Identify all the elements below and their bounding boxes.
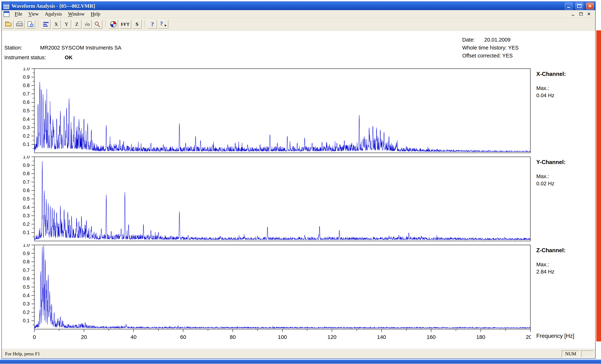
s-mode-button[interactable]: S — [132, 20, 141, 29]
svg-text:0.6: 0.6 — [23, 99, 30, 105]
sqrt-button[interactable]: √o — [83, 20, 92, 29]
svg-text:0.3: 0.3 — [23, 125, 30, 130]
offset-value: YES — [502, 53, 513, 59]
date-row: Date:20.01.2009 — [462, 36, 519, 44]
max-block: Max.:0.02 Hz — [536, 173, 595, 187]
mdi-document-icon[interactable] — [4, 11, 10, 17]
svg-text:0: 0 — [33, 334, 36, 340]
recording-info: Date:20.01.2009 Whole time history: YES … — [462, 36, 519, 60]
print-button[interactable] — [15, 20, 24, 29]
timer-icon — [110, 21, 116, 27]
status-extra-panel — [581, 350, 594, 357]
context-help-icon — [160, 21, 167, 27]
channel-label: X-Channel: — [536, 71, 595, 77]
svg-text:0.1: 0.1 — [23, 142, 30, 147]
mdi-minimize-button[interactable] — [570, 11, 576, 17]
date-value: 20.01.2009 — [484, 37, 511, 43]
print-icon — [16, 21, 23, 27]
svg-text:0.9: 0.9 — [23, 251, 30, 256]
max-label: Max.: — [536, 261, 595, 268]
app-icon — [3, 3, 10, 9]
menu-item-window[interactable]: Window — [65, 11, 88, 17]
menu-item-analysis[interactable]: Analysis — [42, 11, 65, 17]
max-label: Max.: — [536, 85, 595, 92]
menu-item-file[interactable]: File — [11, 11, 25, 17]
bottom-edge-strip — [0, 360, 601, 364]
open-button[interactable] — [4, 20, 13, 29]
toolbar-separator — [144, 20, 145, 28]
svg-text:0.8: 0.8 — [23, 171, 30, 176]
mdi-restore-button[interactable] — [578, 11, 584, 17]
svg-text:0.8: 0.8 — [23, 259, 30, 265]
svg-text:100: 100 — [278, 334, 287, 340]
svg-text:160: 160 — [427, 334, 436, 340]
z-axis-button[interactable]: Z — [72, 20, 81, 29]
svg-text:200: 200 — [526, 334, 531, 340]
svg-text:0.9: 0.9 — [23, 74, 30, 80]
svg-text:0.3: 0.3 — [23, 301, 30, 306]
titlebar: Waveform Analysis - [05---002.VMR] × — [2, 2, 595, 10]
preview-icon — [27, 21, 33, 27]
svg-text:0.4: 0.4 — [23, 117, 30, 122]
svg-text:0.2: 0.2 — [23, 133, 30, 139]
levels-button[interactable] — [41, 20, 50, 29]
zoom-icon — [94, 21, 101, 27]
context-help-button[interactable] — [158, 20, 168, 29]
open-icon — [5, 22, 12, 27]
y-channel-spectrum: 0.10.20.30.40.50.60.70.80.91.0 — [4, 156, 531, 242]
max-block: Max.:0.04 Hz — [536, 85, 595, 99]
zoom-button[interactable] — [93, 20, 102, 29]
menu-item-view[interactable]: View — [25, 11, 42, 17]
fft-button[interactable]: FFT — [119, 20, 131, 29]
status-bar: For Help, press F1 NUM — [2, 349, 595, 358]
close-button[interactable]: × — [586, 2, 594, 10]
max-value: 0.02 Hz — [536, 180, 595, 187]
content-area: Station: MR2002 SYSCOM Instruments SA In… — [2, 31, 595, 349]
svg-text:0.6: 0.6 — [23, 276, 30, 281]
toolbar-separator — [38, 20, 39, 28]
y-axis-button[interactable]: Y — [62, 20, 71, 29]
x-axis-button[interactable]: X — [52, 20, 61, 29]
channel-info-y-channel: Y-Channel:Max.:0.02 Hz — [531, 156, 595, 243]
svg-text:0.7: 0.7 — [23, 91, 30, 97]
svg-text:0.2: 0.2 — [23, 221, 30, 227]
station-value: MR2002 SYSCOM Instruments SA — [40, 45, 121, 51]
max-label: Max.: — [536, 173, 595, 180]
menu-items: FileViewAnalysisWindowHelp — [11, 11, 103, 17]
svg-text:0.1: 0.1 — [23, 230, 30, 235]
charts: 0.10.20.30.40.50.60.70.80.91.0X-Channel:… — [2, 68, 595, 343]
mdi-close-button[interactable]: × — [586, 11, 592, 17]
app-window: Waveform Analysis - [05---002.VMR] × Fil… — [1, 1, 596, 359]
offset-row: Offset corrected: YES — [462, 52, 519, 60]
minimize-button[interactable] — [565, 2, 572, 10]
chart-row-y-channel: 0.10.20.30.40.50.60.70.80.91.0Y-Channel:… — [4, 156, 595, 243]
date-label: Date: — [462, 36, 484, 44]
maximize-button[interactable] — [576, 2, 583, 10]
menu-item-help[interactable]: Help — [88, 11, 103, 17]
mdi-minimize-icon — [572, 15, 574, 16]
channel-label: Z-Channel: — [536, 247, 595, 254]
history-value: YES — [508, 45, 519, 50]
x-channel-spectrum: 0.10.20.30.40.50.60.70.80.91.0 — [4, 68, 531, 154]
svg-text:0.4: 0.4 — [23, 293, 30, 298]
svg-text:0.1: 0.1 — [23, 318, 30, 323]
chart-row-x-channel: 0.10.20.30.40.50.60.70.80.91.0X-Channel:… — [4, 68, 595, 155]
y-channel-plot: 0.10.20.30.40.50.60.70.80.91.0 — [4, 156, 531, 243]
svg-text:0.5: 0.5 — [23, 284, 30, 290]
history-label: Whole time history: — [462, 45, 507, 50]
timer-button[interactable] — [109, 20, 118, 29]
mdi-close-icon: × — [587, 11, 591, 17]
svg-text:0.9: 0.9 — [23, 163, 30, 168]
instrument-status-value: OK — [65, 55, 73, 60]
svg-text:0.5: 0.5 — [23, 196, 30, 202]
preview-button[interactable] — [26, 20, 35, 29]
toolbar: XYZ√oFFTS? — [2, 18, 595, 31]
max-block: Max.:2.84 Hz — [536, 261, 595, 275]
maximize-icon — [577, 4, 581, 8]
svg-text:80: 80 — [230, 334, 236, 340]
x-channel-plot: 0.10.20.30.40.50.60.70.80.91.0 — [4, 68, 531, 155]
history-row: Whole time history: YES — [462, 44, 519, 52]
help-button[interactable]: ? — [148, 20, 157, 29]
z-channel-plot: 0.10.20.30.40.50.60.70.80.91.00204060801… — [4, 244, 531, 342]
svg-text:0.2: 0.2 — [23, 310, 30, 315]
